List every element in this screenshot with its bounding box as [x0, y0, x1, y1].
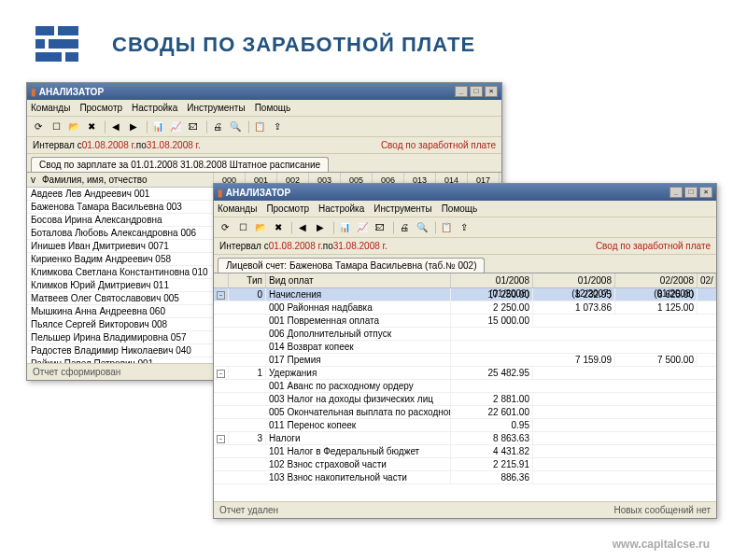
cell-name: 005 Окончательная выплата по расходному … — [266, 406, 451, 419]
interval-prefix: Интервал с — [219, 241, 269, 251]
chart1-icon[interactable]: 📊 — [150, 119, 165, 134]
table-row[interactable]: 000 Районная надбавка2 250.001 073.861 1… — [214, 301, 716, 315]
back-icon[interactable]: ◀ — [108, 119, 123, 134]
menu-инструменты[interactable]: Инструменты — [187, 103, 245, 113]
print-icon[interactable]: 🖨 — [397, 220, 412, 235]
maximize-button[interactable]: □ — [470, 86, 483, 97]
list-header-check: v — [31, 175, 42, 185]
chart3-icon[interactable]: 🗠 — [186, 119, 201, 134]
col-period-3[interactable]: 02/2008 (01/2008) — [615, 273, 698, 287]
new-icon[interactable]: ☐ — [49, 119, 63, 134]
open-icon[interactable]: 📂 — [66, 119, 81, 134]
table-row[interactable]: 011 Перенос копеек0.95 — [214, 419, 716, 432]
chart3-icon[interactable]: 🗠 — [373, 220, 388, 235]
forward-icon[interactable]: ▶ — [313, 220, 328, 235]
list-item[interactable]: Мышкина Анна Андреевна 060 — [27, 305, 213, 318]
copy-icon[interactable]: 📋 — [252, 119, 267, 134]
menu-помощь[interactable]: Помощь — [255, 103, 291, 113]
titlebar[interactable]: ▮ АНАЛИЗАТОР _ □ × — [214, 184, 716, 201]
table-row[interactable]: 005 Окончательная выплата по расходному … — [214, 406, 716, 419]
list-item[interactable]: Баженова Тамара Васильевна 003 — [27, 201, 213, 214]
preview-icon[interactable]: 🔍 — [228, 119, 243, 134]
svg-rect-2 — [35, 39, 45, 49]
list-item[interactable]: Кириенко Вадим Андреевич 058 — [27, 253, 213, 266]
col-period-4[interactable]: 02/ — [698, 273, 716, 287]
close-button[interactable]: × — [699, 187, 712, 198]
open-icon[interactable]: 📂 — [253, 220, 268, 235]
cell-name: 014 Возврат копеек — [266, 341, 451, 354]
refresh-icon[interactable]: ⟳ — [218, 220, 233, 235]
table-row[interactable]: 003 Налог на доходы физических лиц2 881.… — [214, 393, 716, 406]
list-item[interactable]: Райкин Павел Петрович 001 — [27, 357, 213, 363]
delete-icon[interactable]: ✖ — [84, 119, 99, 134]
table-row[interactable]: -3Налоги8 863.63 — [214, 432, 716, 445]
payroll-grid[interactable]: Тип Вид оплат 01/2008 (01/2008) 01/2008 … — [214, 273, 716, 484]
copy-icon[interactable]: 📋 — [439, 220, 454, 235]
cell-name: 001 Повременная оплата — [266, 315, 451, 328]
interval-mid: по — [136, 140, 147, 150]
back-icon[interactable]: ◀ — [295, 220, 310, 235]
col-period-1[interactable]: 01/2008 (01/2008) — [451, 273, 533, 287]
list-item[interactable]: Пельшер Ирина Владимировна 057 — [27, 331, 213, 344]
list-item[interactable]: Климкова Светлана Константиновна 010 — [27, 266, 213, 279]
col-expand[interactable] — [214, 273, 229, 287]
cell-p2: 1 073.86 — [533, 301, 615, 315]
export-icon[interactable]: ⇪ — [270, 119, 285, 134]
refresh-icon[interactable]: ⟳ — [31, 119, 46, 134]
tab-summary[interactable]: Свод по зарплате за 01.01.2008 31.08.200… — [31, 157, 329, 172]
list-item[interactable]: Матвеев Олег Святославович 005 — [27, 292, 213, 305]
minimize-button[interactable]: _ — [669, 187, 683, 198]
chart1-icon[interactable]: 📊 — [337, 220, 352, 235]
expand-icon[interactable]: - — [217, 435, 225, 443]
minimize-button[interactable]: _ — [455, 86, 468, 97]
table-row[interactable]: 017 Премия7 159.097 500.00 — [214, 354, 716, 367]
preview-icon[interactable]: 🔍 — [415, 220, 430, 235]
expand-icon[interactable]: - — [217, 291, 225, 300]
col-period-2[interactable]: 01/2008 (12/2007) — [533, 273, 615, 287]
menu-просмотр[interactable]: Просмотр — [266, 203, 309, 214]
tab-account[interactable]: Лицевой счет: Баженова Тамара Васильевна… — [218, 258, 485, 273]
export-icon[interactable]: ⇪ — [457, 220, 472, 235]
expand-icon[interactable]: - — [217, 370, 225, 378]
table-row[interactable]: 102 Взнос страховой части2 215.91 — [214, 458, 716, 471]
menu-помощь[interactable]: Помощь — [442, 203, 478, 214]
delete-icon[interactable]: ✖ — [271, 220, 286, 235]
table-row[interactable]: 103 Взнос накопительной части886.36 — [214, 471, 716, 484]
table-row[interactable]: -1Удержания25 482.95 — [214, 367, 716, 380]
table-row[interactable]: -0Начисления17 250.008 232.958 625.00 — [214, 288, 716, 301]
forward-icon[interactable]: ▶ — [126, 119, 141, 134]
menu-инструменты[interactable]: Инструменты — [374, 203, 431, 214]
table-row[interactable]: 001 Повременная оплата15 000.00 — [214, 315, 716, 328]
list-item[interactable]: Босова Ирина Александровна — [27, 214, 213, 227]
table-row[interactable]: 001 Аванс по расходному ордеру — [214, 380, 716, 393]
table-row[interactable]: 006 Дополнительный отпуск — [214, 328, 716, 341]
report-type: Свод по заработной плате — [596, 241, 711, 251]
maximize-button[interactable]: □ — [684, 187, 698, 198]
chart2-icon[interactable]: 📈 — [355, 220, 370, 235]
list-item[interactable]: Климков Юрий Дмитриевич 011 — [27, 279, 213, 292]
list-item[interactable]: Инишев Иван Дмитриевич 0071 — [27, 240, 213, 253]
menu-команды[interactable]: Команды — [218, 203, 257, 214]
print-icon[interactable]: 🖨 — [210, 119, 225, 134]
table-row[interactable]: 014 Возврат копеек — [214, 341, 716, 354]
titlebar[interactable]: ▮ АНАЛИЗАТОР _ □ × — [27, 83, 501, 100]
col-type[interactable]: Тип — [229, 273, 266, 287]
list-item[interactable]: Авдеев Лев Андреевич 001 — [27, 188, 213, 201]
menu-просмотр[interactable]: Просмотр — [79, 103, 122, 113]
toolbar-separator — [331, 221, 334, 234]
close-button[interactable]: × — [485, 86, 498, 97]
new-icon[interactable]: ☐ — [235, 220, 250, 235]
employee-list: v Фамилия, имя, отчество Авдеев Лев Андр… — [27, 173, 214, 363]
table-row[interactable]: 101 Налог в Федеральный бюджет4 431.82 — [214, 445, 716, 458]
list-item[interactable]: Пьялсе Сергей Викторович 008 — [27, 318, 213, 331]
menu-настройка[interactable]: Настройка — [132, 103, 177, 113]
chart2-icon[interactable]: 📈 — [168, 119, 183, 134]
list-header-name[interactable]: Фамилия, имя, отчество — [42, 175, 148, 185]
col-name[interactable]: Вид оплат — [266, 273, 451, 287]
cell-p3: 7 500.00 — [615, 354, 698, 367]
menu-настройка[interactable]: Настройка — [318, 203, 364, 214]
status-right: Новых сообщений нет — [613, 505, 711, 515]
list-item[interactable]: Радостев Владимир Николаевич 040 — [27, 344, 213, 357]
menu-команды[interactable]: Команды — [31, 103, 70, 113]
list-item[interactable]: Боталова Любовь Александровна 006 — [27, 227, 213, 240]
